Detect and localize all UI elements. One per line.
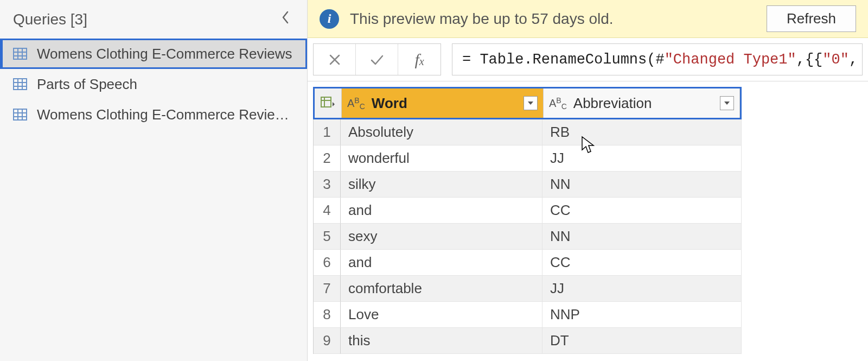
info-icon: i xyxy=(320,9,339,29)
query-list: Womens Clothing E-Commerce ReviewsParts … xyxy=(0,39,307,130)
refresh-button[interactable]: Refresh xyxy=(767,5,856,32)
table-row[interactable]: 6andCC xyxy=(314,250,742,276)
table-icon xyxy=(13,109,27,121)
row-number[interactable]: 2 xyxy=(314,145,341,172)
row-number[interactable]: 8 xyxy=(314,302,341,328)
query-item[interactable]: Parts of Speech xyxy=(0,69,307,99)
queries-pane: Queries [3] Womens Clothing E-Commerce R… xyxy=(0,0,308,361)
table-row[interactable]: 7comfortableJJ xyxy=(314,276,742,302)
table-row[interactable]: 9thisDT xyxy=(314,328,742,354)
column-header-word-label: Word xyxy=(372,95,407,112)
column-filter-button-word[interactable] xyxy=(524,96,538,110)
cell-word[interactable]: and xyxy=(341,250,542,276)
cell-abbr[interactable]: JJ xyxy=(542,145,742,172)
cell-abbr[interactable]: CC xyxy=(542,250,742,276)
table-row[interactable]: 1AbsolutelyRB xyxy=(314,119,742,145)
formula-text-str1: "Changed Type1" xyxy=(665,52,796,68)
svg-rect-15 xyxy=(321,97,331,107)
formula-text-str2: "0" xyxy=(822,52,849,68)
cell-word[interactable]: this xyxy=(341,328,542,354)
row-number[interactable]: 7 xyxy=(314,276,341,302)
formula-cancel-button[interactable] xyxy=(314,44,356,75)
table-row[interactable]: 3silkyNN xyxy=(314,172,742,198)
table-row[interactable]: 4andCC xyxy=(314,198,742,224)
cell-abbr[interactable]: RB xyxy=(542,119,742,145)
cell-word[interactable]: silky xyxy=(341,172,542,198)
cell-word[interactable]: and xyxy=(341,198,542,224)
query-item-label: Womens Clothing E-Commerce Review... xyxy=(37,106,294,123)
collapse-pane-chevron-icon[interactable] xyxy=(277,10,294,29)
row-number[interactable]: 1 xyxy=(314,119,341,145)
text-type-icon: ABC xyxy=(347,98,365,109)
row-number[interactable]: 4 xyxy=(314,198,341,224)
formula-text-prefix: = Table.RenameColumns(# xyxy=(462,52,665,68)
table-row[interactable]: 8LoveNNP xyxy=(314,302,742,328)
query-item[interactable]: Womens Clothing E-Commerce Review... xyxy=(0,99,307,130)
formula-input[interactable]: = Table.RenameColumns(#"Changed Type1",{… xyxy=(452,43,863,75)
data-grid: 1AbsolutelyRB2wonderfulJJ3silkyNN4andCC5… xyxy=(313,119,742,354)
formula-text-mid: ,{{ xyxy=(796,52,823,68)
query-item-label: Parts of Speech xyxy=(37,76,137,93)
table-row[interactable]: 5sexyNN xyxy=(314,224,742,250)
query-item-label: Womens Clothing E-Commerce Reviews xyxy=(37,46,292,62)
cell-word[interactable]: wonderful xyxy=(341,145,542,172)
queries-title: Queries [3] xyxy=(13,11,87,28)
cell-word[interactable]: Love xyxy=(341,302,542,328)
formula-bar: fx = Table.RenameColumns(#"Changed Type1… xyxy=(308,38,868,81)
cell-abbr[interactable]: NNP xyxy=(542,302,742,328)
table-header-row: ABC Word ABC Abbreviation xyxy=(313,87,742,119)
formula-accept-button[interactable] xyxy=(356,44,398,75)
cell-abbr[interactable]: NN xyxy=(542,224,742,250)
table-icon xyxy=(13,78,27,90)
table-icon xyxy=(13,48,27,60)
preview-age-bar: i This preview may be up to 57 days old.… xyxy=(308,0,868,38)
svg-rect-0 xyxy=(14,48,27,59)
row-number[interactable]: 3 xyxy=(314,172,341,198)
preview-age-text: This preview may be up to 57 days old. xyxy=(350,10,614,28)
cell-abbr[interactable]: JJ xyxy=(542,276,742,302)
query-item[interactable]: Womens Clothing E-Commerce Reviews xyxy=(0,39,307,69)
cell-word[interactable]: sexy xyxy=(341,224,542,250)
column-header-abbr-label: Abbreviation xyxy=(573,95,652,112)
cell-abbr[interactable]: CC xyxy=(542,198,742,224)
row-number[interactable]: 9 xyxy=(314,328,341,354)
main-area: i This preview may be up to 57 days old.… xyxy=(308,0,868,361)
row-number[interactable]: 5 xyxy=(314,224,341,250)
table-row[interactable]: 2wonderfulJJ xyxy=(314,145,742,172)
svg-rect-10 xyxy=(14,109,27,120)
row-number[interactable]: 6 xyxy=(314,250,341,276)
formula-bar-controls: fx xyxy=(313,43,441,75)
svg-rect-5 xyxy=(14,79,27,90)
queries-pane-header: Queries [3] xyxy=(0,5,307,39)
fx-icon[interactable]: fx xyxy=(398,44,441,75)
cell-abbr[interactable]: NN xyxy=(542,172,742,198)
column-filter-button-abbr[interactable] xyxy=(720,96,734,110)
formula-text-suffix: , xyxy=(849,52,858,68)
column-header-abbreviation[interactable]: ABC Abbreviation xyxy=(544,88,740,118)
text-type-icon: ABC xyxy=(549,98,567,109)
column-header-word[interactable]: ABC Word xyxy=(342,88,544,118)
cell-word[interactable]: comfortable xyxy=(341,276,542,302)
cell-word[interactable]: Absolutely xyxy=(341,119,542,145)
table-options-button[interactable] xyxy=(315,88,342,118)
cell-abbr[interactable]: DT xyxy=(542,328,742,354)
